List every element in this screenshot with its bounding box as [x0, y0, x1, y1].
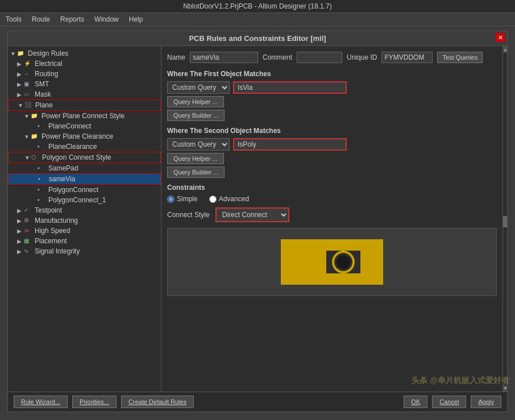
tree-item-plane[interactable]: ▼ ⬛ Plane	[8, 99, 161, 111]
ok-button[interactable]: OK	[404, 396, 427, 408]
second-object-builder-row: Query Builder ...	[167, 167, 497, 178]
menu-route[interactable]: Route	[30, 14, 52, 24]
tree-item-same-pad[interactable]: ▶ ▪ SamePad	[8, 163, 161, 173]
first-object-dropdown[interactable]: Custom Query	[167, 81, 230, 94]
unique-id-input[interactable]	[381, 52, 433, 63]
rule-wizard-button[interactable]: Rule Wizard...	[14, 396, 68, 408]
poly-icon: ⬡	[31, 154, 40, 161]
tree-item-manufacturing[interactable]: ▶ ⚙ Manufacturing	[8, 215, 161, 226]
leaf-icon: ▪	[38, 197, 47, 203]
name-input[interactable]	[190, 52, 258, 63]
leaf-icon: ▪	[38, 186, 47, 193]
menu-help[interactable]: Help	[127, 14, 146, 24]
plane-icon: ⬛	[24, 102, 34, 109]
smt-icon: ▣	[24, 81, 33, 88]
tree-label: Signal Integrity	[35, 247, 80, 255]
tree-item-high-speed[interactable]: ▶ ≫ High Speed	[8, 226, 161, 236]
dialog-title-bar: PCB Rules and Constraints Editor [mil] ✕	[8, 31, 507, 46]
tree-item-design-rules[interactable]: ▼ 📁 Design Rules	[8, 48, 161, 59]
tree-label: Polygon Connect Style	[42, 153, 111, 161]
simple-radio-label[interactable]: Simple	[167, 195, 198, 203]
tree-label: Design Rules	[28, 49, 68, 57]
tree-label: PlaneClearance	[48, 143, 97, 151]
expand-icon: ▶	[17, 207, 24, 214]
advanced-radio[interactable]	[209, 196, 217, 203]
create-default-rules-button[interactable]: Create Default Rules	[121, 396, 194, 408]
second-object-query-row: Custom Query	[167, 138, 497, 151]
tree-label: Plane	[35, 101, 53, 109]
folder-icon: 📁	[31, 113, 40, 119]
first-object-query-builder-button[interactable]: Query Builder ...	[167, 110, 225, 121]
signal-icon: ∿	[24, 248, 33, 255]
tree-item-signal-integrity[interactable]: ▶ ∿ Signal Integrity	[8, 246, 161, 256]
svg-point-2	[337, 255, 350, 269]
name-row: Name Comment Unique ID Test Queries	[167, 52, 497, 63]
mfg-icon: ⚙	[24, 217, 33, 224]
tree-label: SMT	[35, 80, 49, 88]
tree-item-electrical[interactable]: ▶ ⚡ Electrical	[8, 59, 161, 69]
menu-tools[interactable]: Tools	[3, 14, 24, 24]
expand-icon: ▶	[17, 238, 24, 244]
second-object-header: Where The Second Object Matches	[167, 127, 497, 135]
dialog: PCB Rules and Constraints Editor [mil] ✕…	[7, 31, 508, 412]
priorities-button[interactable]: Priorities...	[72, 396, 117, 408]
tree-item-testpoint[interactable]: ▶ ✓ Testpoint	[8, 205, 161, 215]
tree-item-mask[interactable]: ▶ ▭ Mask	[8, 89, 161, 99]
expand-icon: ▼	[10, 51, 17, 57]
tree-item-power-plane-connect[interactable]: ▼ 📁 Power Plane Connect Style	[8, 111, 161, 121]
tree-label: Testpoint	[35, 206, 62, 214]
cancel-button[interactable]: Cancel	[432, 396, 466, 408]
tree-item-power-plane-clearance[interactable]: ▼ 📁 Power Plane Clearance	[8, 131, 161, 142]
tree-item-plane-clearance[interactable]: ▶ ▪ PlaneClearance	[8, 142, 161, 152]
first-object-query-helper-button[interactable]: Query Helper ...	[167, 96, 224, 107]
tree-label: Power Plane Connect Style	[41, 112, 124, 120]
folder-icon: 📁	[31, 133, 40, 140]
testpoint-icon: ✓	[24, 207, 33, 214]
advanced-radio-label[interactable]: Advanced	[209, 195, 249, 203]
comment-input[interactable]	[297, 52, 342, 63]
right-panel: Name Comment Unique ID Test Queries Wher…	[161, 46, 502, 392]
apply-button[interactable]: Apply	[471, 396, 501, 408]
tree-item-placement[interactable]: ▶ ▦ Placement	[8, 236, 161, 246]
advanced-label: Advanced	[219, 195, 249, 203]
routing-icon: ↔	[24, 70, 33, 77]
second-object-query-value[interactable]	[233, 138, 347, 151]
first-object-query-value[interactable]	[233, 81, 347, 94]
preview-area	[167, 228, 497, 296]
unique-id-label: Unique ID	[347, 53, 377, 61]
left-panel: ▼ 📁 Design Rules ▶ ⚡ Electrical ▶ ↔ Rout…	[8, 46, 161, 392]
tree-label: PolygonConnect	[48, 186, 98, 194]
tree-item-routing[interactable]: ▶ ↔ Routing	[8, 69, 161, 79]
expand-icon: ▶	[17, 92, 24, 98]
first-object-header: Where The First Object Matches	[167, 70, 497, 78]
close-button[interactable]: ✕	[496, 33, 505, 42]
tree-item-plane-connect[interactable]: ▶ ▪ PlaneConnect	[8, 121, 161, 131]
simple-label: Simple	[177, 195, 198, 203]
second-object-query-builder-button[interactable]: Query Builder ...	[167, 167, 225, 178]
menu-reports[interactable]: Reports	[58, 14, 86, 24]
placement-icon: ▦	[24, 238, 33, 244]
connect-style-dropdown[interactable]: Direct Connect	[215, 207, 289, 222]
scrollbar-thumb[interactable]	[503, 216, 507, 227]
second-object-dropdown[interactable]: Custom Query	[167, 138, 230, 151]
constraints-radio-row: Simple Advanced	[167, 195, 497, 203]
scrollbar-up-arrow[interactable]: ▲	[503, 46, 507, 53]
tree-item-smt[interactable]: ▶ ▣ SMT	[8, 79, 161, 89]
scrollbar-down-arrow[interactable]: ▼	[503, 385, 507, 392]
leaf-icon: ▪	[38, 176, 47, 182]
comment-label: Comment	[263, 53, 292, 61]
tree-item-same-via[interactable]: ▶ ▪ sameVia	[8, 173, 161, 185]
leaf-icon: ▪	[38, 123, 47, 130]
first-object-builder-row: Query Builder ...	[167, 110, 497, 121]
test-queries-button[interactable]: Test Queries	[437, 52, 483, 63]
tree-item-polygon-connect-style[interactable]: ▼ ⬡ Polygon Connect Style	[8, 152, 161, 163]
name-label: Name	[167, 53, 185, 61]
tree-item-polygon-connect[interactable]: ▶ ▪ PolygonConnect	[8, 185, 161, 195]
simple-radio[interactable]	[167, 196, 175, 203]
menu-window[interactable]: Window	[92, 14, 121, 24]
tree-item-polygon-connect-1[interactable]: ▶ ▪ PolygonConnect_1	[8, 195, 161, 205]
mask-icon: ▭	[24, 91, 33, 98]
second-object-query-helper-button[interactable]: Query Helper ...	[167, 153, 224, 164]
expand-icon: ▶	[17, 71, 24, 77]
tree-label: sameVia	[49, 175, 75, 183]
